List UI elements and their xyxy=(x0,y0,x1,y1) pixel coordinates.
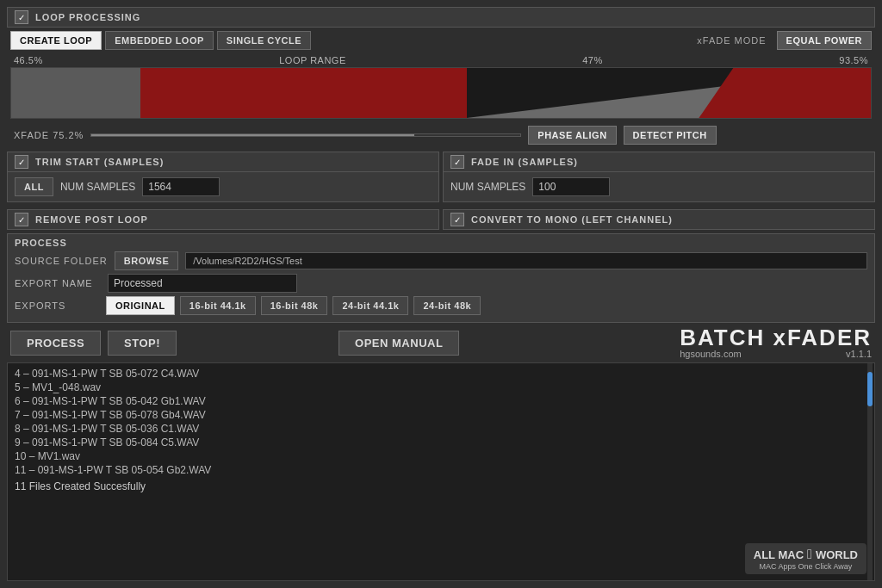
stop-button[interactable]: STOP! xyxy=(108,331,177,356)
file-list-item: 9 – 091-MS-1-PW T SB 05-084 C5.WAV xyxy=(15,436,867,449)
file-list-item: 5 – MV1_-048.wav xyxy=(15,381,867,394)
brand-area: BATCH xFADER hgsounds.com v1.1.1 xyxy=(680,326,872,359)
convert-mono-checkbox[interactable]: ✓ xyxy=(450,213,464,226)
remove-post-loop-section: ✓ REMOVE POST LOOP xyxy=(7,209,439,230)
fade-in-col: ✓ FADE IN (SAMPLES) NUM SAMPLES xyxy=(443,152,875,206)
convert-mono-col: ✓ CONVERT TO MONO (LEFT CHANNEL) xyxy=(443,209,875,230)
convert-mono-label: CONVERT TO MONO (LEFT CHANNEL) xyxy=(471,214,673,225)
file-list-item: 7 – 091-MS-1-PW T SB 05-078 Gb4.WAV xyxy=(15,408,867,422)
file-list-item: 8 – 091-MS-1-PW T SB 05-036 C1.WAV xyxy=(15,422,867,436)
remove-convert-row: ✓ REMOVE POST LOOP ✓ CONVERT TO MONO (LE… xyxy=(7,209,875,230)
watermark-sub: MAC Apps One Click Away xyxy=(754,562,858,571)
xfade-slider-fill xyxy=(91,134,413,136)
watermark-all: ALL MAC xyxy=(754,548,804,561)
process-section-label: PROCESS xyxy=(15,238,867,248)
trim-start-section: ✓ TRIM START (SAMPLES) ALL NUM SAMPLES xyxy=(7,152,439,202)
remove-post-loop-label: REMOVE POST LOOP xyxy=(35,214,148,225)
brand-title: BATCH xFADER xyxy=(680,326,872,349)
waveform-display xyxy=(10,67,872,119)
fade-in-body: NUM SAMPLES xyxy=(444,172,874,201)
open-manual-button[interactable]: OPEN MANUAL xyxy=(339,331,459,356)
waveform-gray-left xyxy=(11,68,140,118)
loop-processing-checkbox[interactable]: ✓ xyxy=(15,10,28,24)
xfade-row: XFADE 75.2% PHASE ALIGN DETECT PITCH xyxy=(7,122,875,148)
loop-range-label: LOOP RANGE xyxy=(279,55,346,65)
exports-row: EXPORTS ORIGINAL 16-bit 44.1k 16-bit 48k… xyxy=(15,296,867,315)
trim-num-samples-input[interactable] xyxy=(142,177,220,196)
waveform-red-center xyxy=(140,68,467,118)
watermark-world: WORLD xyxy=(816,548,858,561)
trim-start-checkbox[interactable]: ✓ xyxy=(15,155,28,169)
source-folder-row: SOURCE FOLDER BROWSE /Volumes/R2D2/HGS/T… xyxy=(15,251,867,270)
loop-range-right: 93.5% xyxy=(839,55,868,65)
file-list-item: 6 – 091-MS-1-PW T SB 05-042 Gb1.WAV xyxy=(15,394,867,408)
trim-start-col: ✓ TRIM START (SAMPLES) ALL NUM SAMPLES xyxy=(7,152,439,206)
file-list-item: 11 – 091-MS-1-PW T SB 05-054 Gb2.WAV xyxy=(15,463,867,477)
xfade-label: XFADE 75.2% xyxy=(14,130,84,140)
export-original-button[interactable]: ORIGINAL xyxy=(106,296,175,315)
process-button[interactable]: PROCESS xyxy=(10,331,101,356)
export-24bit-48-button[interactable]: 24-bit 48k xyxy=(413,296,481,315)
bottom-controls: PROCESS STOP! OPEN MANUAL BATCH xFADER h… xyxy=(7,326,875,359)
fade-in-header: ✓ FADE IN (SAMPLES) xyxy=(444,152,874,172)
remove-post-loop-checkbox[interactable]: ✓ xyxy=(15,213,28,226)
loop-controls-row: CREATE LOOP EMBEDDED LOOP SINGLE CYCLE x… xyxy=(7,31,875,50)
exports-label: EXPORTS xyxy=(15,300,101,311)
source-folder-label: SOURCE FOLDER xyxy=(15,256,108,266)
process-section: PROCESS SOURCE FOLDER BROWSE /Volumes/R2… xyxy=(7,233,875,323)
loop-range-row: 46.5% LOOP RANGE 47% 93.5% xyxy=(7,53,875,67)
loop-range-left: 46.5% xyxy=(14,55,43,65)
xfade-mode-label: xFADE MODE xyxy=(697,35,766,46)
xfade-text: XFADE xyxy=(14,130,49,140)
fade-in-section: ✓ FADE IN (SAMPLES) NUM SAMPLES xyxy=(443,152,875,202)
file-list-item: 4 – 091-MS-1-PW T SB 05-072 C4.WAV xyxy=(15,367,867,381)
xfade-value: 75.2% xyxy=(53,130,84,140)
fade-num-samples-input[interactable] xyxy=(532,177,610,196)
brand-website: hgsounds.com xyxy=(680,349,742,359)
watermark: ALL MAC  WORLD MAC Apps One Click Away xyxy=(745,543,866,574)
loop-processing-header: ✓ LOOP PROCESSING xyxy=(7,7,875,28)
file-list-status: 11 Files Created Succesfully xyxy=(15,480,867,492)
scrollbar-track xyxy=(867,363,873,580)
file-list-item: 10 – MV1.wav xyxy=(15,449,867,463)
browse-button[interactable]: BROWSE xyxy=(115,251,179,270)
export-24bit-441-button[interactable]: 24-bit 44.1k xyxy=(332,296,408,315)
trim-fade-row: ✓ TRIM START (SAMPLES) ALL NUM SAMPLES ✓… xyxy=(7,152,875,206)
fade-in-label: FADE IN (SAMPLES) xyxy=(471,157,578,167)
trim-start-header: ✓ TRIM START (SAMPLES) xyxy=(8,152,438,172)
apple-icon:  xyxy=(807,547,812,562)
fade-num-samples-label: NUM SAMPLES xyxy=(450,181,525,193)
export-name-label: EXPORT NAME xyxy=(15,278,101,288)
export-name-input[interactable] xyxy=(108,274,297,293)
detect-pitch-button[interactable]: DETECT PITCH xyxy=(624,126,717,145)
trim-start-label: TRIM START (SAMPLES) xyxy=(35,157,164,167)
waveform-red-right xyxy=(699,68,871,118)
fade-in-checkbox[interactable]: ✓ xyxy=(450,155,464,169)
export-16bit-441-button[interactable]: 16-bit 44.1k xyxy=(180,296,256,315)
embedded-loop-button[interactable]: EMBEDDED LOOP xyxy=(105,31,214,50)
equal-power-button[interactable]: EQUAL POWER xyxy=(777,31,872,50)
scrollbar-thumb[interactable] xyxy=(867,372,873,406)
export-name-row: EXPORT NAME xyxy=(15,274,867,293)
phase-align-button[interactable]: PHASE ALIGN xyxy=(528,126,616,145)
xfade-slider[interactable] xyxy=(90,133,521,137)
source-path: /Volumes/R2D2/HGS/Test xyxy=(185,252,867,269)
export-16bit-48-button[interactable]: 16-bit 48k xyxy=(261,296,328,315)
loop-range-mid: 47% xyxy=(582,55,603,65)
trim-all-button[interactable]: ALL xyxy=(15,177,53,196)
convert-mono-section: ✓ CONVERT TO MONO (LEFT CHANNEL) xyxy=(443,209,875,230)
create-loop-button[interactable]: CREATE LOOP xyxy=(10,31,102,50)
trim-num-samples-label: NUM SAMPLES xyxy=(60,181,135,193)
remove-post-loop-col: ✓ REMOVE POST LOOP xyxy=(7,209,439,230)
trim-start-body: ALL NUM SAMPLES xyxy=(8,172,438,201)
brand-version: v1.1.1 xyxy=(846,349,872,359)
single-cycle-button[interactable]: SINGLE CYCLE xyxy=(217,31,311,50)
bottom-area: 4 – 091-MS-1-PW T SB 05-072 C4.WAV 5 – M… xyxy=(7,362,875,581)
loop-processing-label: LOOP PROCESSING xyxy=(35,12,140,22)
